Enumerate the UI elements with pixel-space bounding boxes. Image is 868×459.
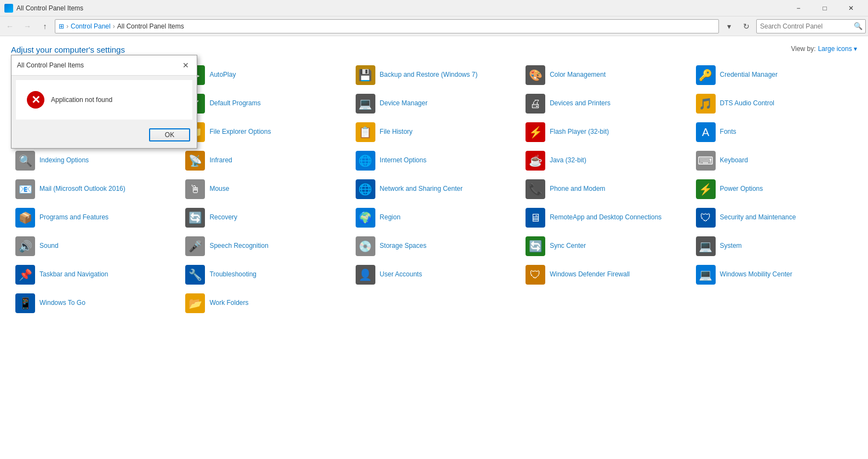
dialog-titlebar: All Control Panel Items ✕ bbox=[12, 55, 197, 76]
dialog-ok-button[interactable]: OK bbox=[149, 128, 190, 141]
dialog-overlay: All Control Panel Items ✕ ✕ Application … bbox=[0, 0, 868, 325]
dialog-message: Application not found bbox=[51, 96, 112, 104]
dialog-footer: OK bbox=[12, 124, 197, 148]
dialog-body: ✕ Application not found bbox=[16, 80, 192, 120]
error-icon: ✕ bbox=[27, 91, 44, 109]
error-dialog: All Control Panel Items ✕ ✕ Application … bbox=[11, 55, 197, 149]
dialog-close-button[interactable]: ✕ bbox=[180, 60, 191, 71]
dialog-title: All Control Panel Items bbox=[17, 61, 84, 69]
